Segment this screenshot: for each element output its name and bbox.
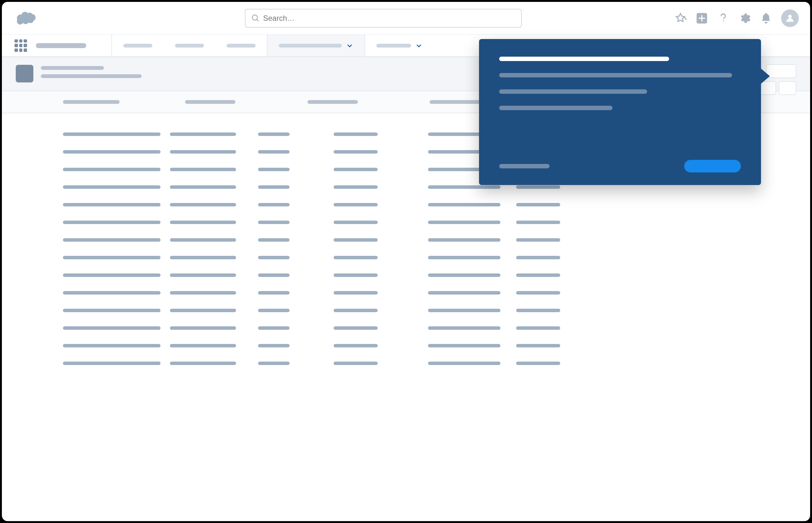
cell: [333, 203, 378, 206]
table-row[interactable]: [16, 319, 796, 337]
cell: [170, 309, 236, 312]
cell: [258, 150, 290, 154]
settings-icon[interactable]: settings: [738, 12, 751, 24]
cell: [258, 203, 290, 206]
cell: [170, 150, 236, 154]
cell: [516, 326, 560, 330]
svg-point-5: [788, 15, 792, 18]
cell: [170, 362, 236, 365]
chevron-down-icon: [415, 42, 422, 49]
add-icon[interactable]: add: [696, 12, 708, 24]
help-icon[interactable]: help: [717, 12, 729, 24]
cell: [63, 273, 161, 277]
cell: [516, 203, 560, 206]
avatar[interactable]: profile: [781, 10, 799, 27]
cell: [170, 344, 236, 347]
app-launcher-icon[interactable]: App Launcher: [15, 39, 27, 52]
table-row[interactable]: [16, 354, 796, 372]
cell: [63, 238, 161, 242]
cell: [170, 168, 236, 171]
page-eyebrow: [41, 66, 104, 70]
cell: [63, 221, 161, 224]
cell: [170, 256, 236, 259]
nav-tab[interactable]: [267, 35, 365, 56]
chevron-down-icon: [346, 42, 353, 49]
nav-tab[interactable]: [215, 35, 267, 56]
cell: [333, 273, 378, 277]
cell: [333, 291, 378, 294]
notifications-icon[interactable]: notifications: [760, 12, 772, 24]
cell: [258, 309, 290, 312]
col-header[interactable]: [63, 100, 120, 104]
cell: [258, 256, 290, 259]
col-header[interactable]: [430, 100, 486, 104]
table-row[interactable]: [16, 213, 796, 231]
table-row[interactable]: [16, 284, 796, 302]
cell: [333, 132, 378, 136]
cell: [428, 291, 501, 294]
cell: [170, 185, 236, 189]
cell: [63, 168, 161, 171]
cell: [516, 344, 560, 347]
header-actions: favorite add help settings notifications: [674, 10, 799, 27]
popover-body-line: [499, 106, 612, 110]
table-row[interactable]: [16, 231, 796, 249]
nav-tab[interactable]: [112, 35, 164, 56]
table-row[interactable]: [16, 266, 796, 284]
cell: [170, 326, 236, 330]
cell: [516, 221, 560, 224]
cell: [63, 256, 161, 259]
page-action-1[interactable]: [766, 64, 796, 78]
global-search[interactable]: [245, 9, 522, 28]
cell: [63, 203, 161, 206]
cell: [333, 256, 378, 259]
cell: [258, 132, 290, 136]
cell: [258, 168, 290, 171]
svg-line-1: [257, 19, 259, 21]
cell: [170, 203, 236, 206]
page-action-3[interactable]: [779, 81, 796, 95]
table-row[interactable]: [16, 249, 796, 266]
svg-rect-4: [699, 18, 705, 19]
cell: [428, 273, 501, 277]
cell: [258, 185, 290, 189]
cell: [170, 221, 236, 224]
cell: [258, 326, 290, 330]
page-title: [41, 74, 142, 78]
search-input[interactable]: [263, 14, 516, 23]
cell: [63, 291, 161, 294]
svg-point-0: [252, 15, 257, 20]
cell: [170, 238, 236, 242]
table-row[interactable]: [16, 196, 796, 213]
cell: [333, 362, 378, 365]
favorite-icon[interactable]: favorite: [674, 12, 687, 24]
cell: [258, 221, 290, 224]
cell: [428, 362, 501, 365]
table-row[interactable]: [16, 302, 796, 319]
cell: [428, 326, 501, 330]
cell: [516, 362, 560, 365]
cell: [258, 291, 290, 294]
popover-primary-button[interactable]: [684, 160, 741, 173]
popover-body-line: [499, 89, 647, 94]
cell: [170, 291, 236, 294]
cell: [333, 221, 378, 224]
cell: [428, 185, 501, 189]
cell: [333, 168, 378, 171]
cell: [333, 150, 378, 154]
walkthrough-popover: [479, 39, 761, 185]
cell: [428, 344, 501, 347]
nav-tab[interactable]: [365, 35, 434, 56]
col-header[interactable]: [307, 100, 358, 104]
cell: [170, 132, 236, 136]
col-header[interactable]: [185, 100, 235, 104]
cell: [258, 238, 290, 242]
nav-tab[interactable]: [164, 35, 215, 56]
popover-body-line: [499, 73, 732, 77]
record-type-icon: [16, 65, 33, 83]
cell: [258, 344, 290, 347]
cell: [63, 185, 161, 189]
cell: [63, 326, 161, 330]
table-row[interactable]: [16, 337, 796, 354]
brand-logo: Salesforce: [15, 11, 37, 26]
